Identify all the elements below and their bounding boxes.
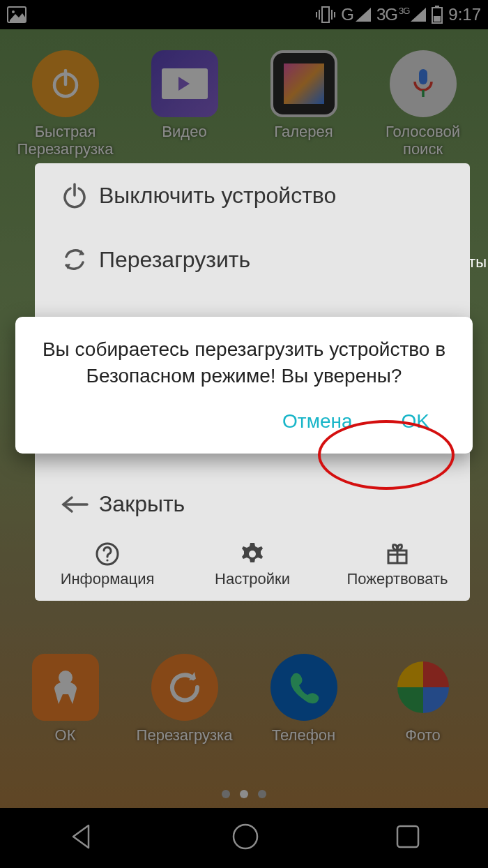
gear-icon — [239, 541, 266, 567]
partial-label: ты — [468, 253, 487, 271]
donate-button[interactable]: Пожертвовать — [326, 541, 469, 588]
settings-label: Настройки — [215, 570, 290, 588]
cancel-button[interactable]: Отмена — [282, 410, 352, 433]
help-icon — [94, 541, 121, 567]
power-icon — [61, 181, 89, 209]
close-label: Закрыть — [99, 491, 455, 517]
ok-button[interactable]: OK — [402, 410, 429, 433]
donate-label: Пожертвовать — [347, 570, 448, 588]
info-button[interactable]: Информация — [36, 541, 179, 588]
close-item[interactable]: Закрыть — [35, 473, 470, 535]
arrow-left-icon — [59, 495, 90, 514]
reboot-item[interactable]: Перезагрузить — [35, 227, 470, 292]
info-label: Информация — [61, 570, 155, 588]
power-off-item[interactable]: Выключить устройство — [35, 163, 470, 227]
confirm-dialog: Вы собираетесь перезагрузить устройство … — [15, 317, 473, 454]
dialog-message: Вы собираетесь перезагрузить устройство … — [31, 336, 457, 403]
reboot-label: Перезагрузить — [99, 247, 455, 273]
refresh-icon — [61, 246, 89, 274]
settings-button[interactable]: Настройки — [181, 541, 324, 588]
gift-icon — [384, 541, 411, 567]
svg-point-21 — [249, 551, 256, 558]
power-off-label: Выключить устройство — [99, 183, 455, 209]
svg-point-20 — [106, 559, 108, 561]
